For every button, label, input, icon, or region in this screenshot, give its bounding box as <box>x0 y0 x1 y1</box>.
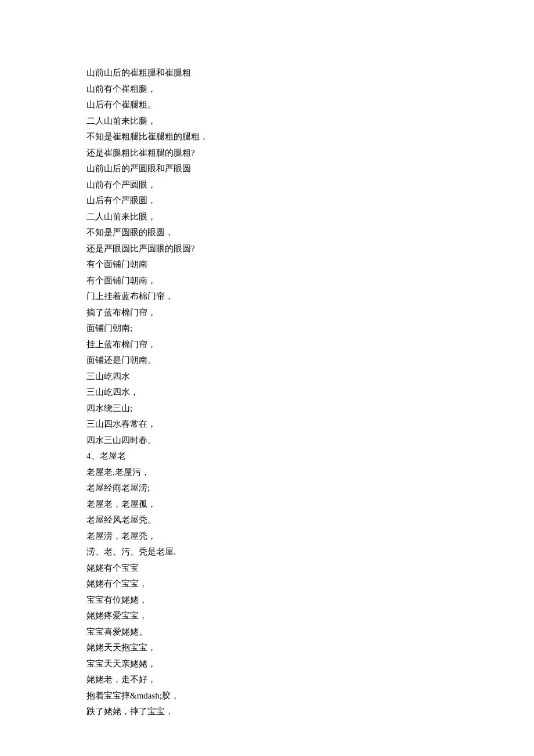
text-line: 山前有个崔粗腿， <box>86 81 446 98</box>
text-line: 四水绕三山; <box>86 401 446 417</box>
document-body: 山前山后的崔粗腿和崔腿粗 山前有个崔粗腿， 山后有个崔腿粗。 二人山前来比腿， … <box>0 0 446 720</box>
text-line: 涝、老、污、秃是老屋. <box>86 544 446 560</box>
text-line: 抱着宝宝摔&mdash;胶， <box>86 688 446 704</box>
text-line: 还是严眼圆比严圆眼的眼圆? <box>86 241 446 257</box>
text-line: 山前山后的崔粗腿和崔腿粗 <box>86 65 446 81</box>
text-line: 宝宝有位姥姥， <box>86 592 446 609</box>
text-line: 有个面铺门朝南， <box>86 273 446 289</box>
text-line: 姥姥天天抱宝宝， <box>86 640 446 656</box>
text-line: 面铺还是门朝南。 <box>86 352 446 369</box>
text-line: 老屋经风老屋秃。 <box>86 512 446 528</box>
text-line: 山后有个崔腿粗。 <box>86 97 446 113</box>
text-line: 跌了姥姥，摔了宝宝， <box>86 704 446 720</box>
text-line: 姥姥疼爱宝宝， <box>86 608 446 624</box>
text-line: 不知是崔粗腿比崔腿粗的腿粗， <box>86 129 446 145</box>
text-line: 4、老屋老 <box>86 448 446 465</box>
text-line: 二人山前来比眼， <box>86 209 446 225</box>
text-line: 老屋经雨老屋涝; <box>86 480 446 496</box>
text-line: 摘了蓝布棉门帘， <box>86 305 446 321</box>
text-line: 二人山前来比腿， <box>86 113 446 129</box>
text-line: 三山屹四水， <box>86 384 446 401</box>
text-line: 三山屹四水 <box>86 369 446 385</box>
text-line: 宝宝天天亲姥姥， <box>86 656 446 672</box>
text-line: 有个面铺门朝南 <box>86 257 446 273</box>
text-line: 还是崔腿粗比崔粗腿的腿粗? <box>86 145 446 161</box>
text-line: 挂上蓝布棉门帘， <box>86 337 446 353</box>
text-line: 不知是严圆眼的眼圆， <box>86 225 446 241</box>
text-line: 老屋涝，老屋秃， <box>86 528 446 545</box>
text-line: 姥姥有个宝宝， <box>86 576 446 592</box>
text-line: 姥姥老，走不好， <box>86 672 446 688</box>
text-line: 门上挂着蓝布棉门帘， <box>86 289 446 305</box>
text-line: 山前山后的严圆眼和严眼圆 <box>86 161 446 177</box>
text-line: 山后有个严眼圆， <box>86 193 446 209</box>
text-line: 老屋老，老屋孤， <box>86 496 446 513</box>
text-line: 三山四水春常在， <box>86 416 446 433</box>
text-line: 面铺门朝南; <box>86 321 446 337</box>
text-line: 山前有个严圆眼， <box>86 177 446 193</box>
text-line: 宝宝喜爱姥姥。 <box>86 624 446 640</box>
text-line: 姥姥有个宝宝 <box>86 560 446 577</box>
text-line: 四水三山四时春。 <box>86 433 446 449</box>
text-line: 老屋老,老屋污， <box>86 465 446 481</box>
